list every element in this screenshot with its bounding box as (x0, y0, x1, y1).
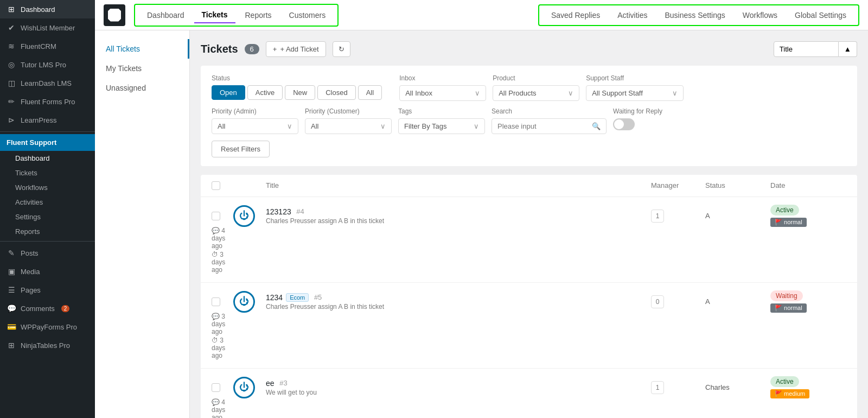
sidebar-item-fluentcrm[interactable]: ≋ FluentCRM (0, 37, 95, 55)
learndash-icon: ◫ (7, 78, 16, 88)
sidebar-item-learndash[interactable]: ◫ LearnDash LMS (0, 74, 95, 92)
title-sort-select[interactable]: Title Date Priority (774, 41, 839, 57)
nav-item-workflows[interactable]: Workflows (735, 8, 785, 23)
tickets-count-badge: 6 (245, 44, 259, 54)
sidebar-item-my-tickets[interactable]: My Tickets (95, 59, 189, 78)
ticket-status-icon: ⏻ (233, 291, 255, 313)
sidebar-subitem-tickets[interactable]: Tickets (0, 166, 95, 180)
reply-count-cell: 1 (651, 381, 705, 394)
status-btn-all[interactable]: All (358, 85, 382, 100)
nav-item-activities[interactable]: Activities (610, 8, 655, 23)
date-cell: 💬 4 days ago ⏱ 3 days ago (212, 227, 233, 275)
row-checkbox[interactable] (212, 212, 220, 220)
sidebar-item-fluentsupport[interactable]: Fluent Support (0, 134, 95, 151)
inbox-filter-label: Inbox (399, 74, 486, 82)
manager-name: A (705, 212, 710, 220)
filter-row-1: Status Open Active New Closed All Inbox … (212, 74, 846, 101)
plus-icon: + (273, 45, 277, 53)
sidebar-item-media[interactable]: ▣ Media (0, 262, 95, 281)
comments-badge: 2 (61, 305, 70, 312)
priority-admin-select[interactable]: All ∨ (212, 118, 298, 134)
status-filter-label: Status (212, 74, 382, 82)
status-cell: Active 🚩 normal (770, 205, 846, 227)
inbox-filter-select[interactable]: All Inbox ∨ (399, 85, 486, 101)
manager-name: Charles (705, 383, 730, 391)
tags-filter-label: Tags (398, 107, 485, 115)
nav-item-saved-replies[interactable]: Saved Replies (544, 8, 608, 23)
row-checkbox[interactable] (212, 297, 220, 306)
sidebar-item-dashboard[interactable]: ⊞ Dashboard (0, 0, 95, 18)
sidebar-subitem-settings[interactable]: Settings (0, 210, 95, 224)
sidebar-item-fluentforms[interactable]: ✏ Fluent Forms Pro (0, 92, 95, 111)
sidebar-subitem-dashboard[interactable]: Dashboard (0, 151, 95, 166)
add-ticket-button[interactable]: + + Add Ticket (266, 41, 326, 57)
status-badge: Waiting (770, 290, 803, 301)
table-row[interactable]: ⏻ 123123 #4 Charles Preusser assign A B … (201, 197, 857, 283)
nav-item-business-settings[interactable]: Business Settings (657, 8, 732, 23)
search-input[interactable] (497, 122, 589, 130)
priority-admin-chevron-icon: ∨ (287, 122, 292, 130)
sidebar-item-ninjatables[interactable]: ⊞ NinjaTables Pro (0, 336, 95, 354)
sidebar-item-posts[interactable]: ✎ Posts (0, 244, 95, 262)
status-btn-open[interactable]: Open (212, 85, 245, 100)
date-cell: 💬 3 days ago ⏱ 3 days ago (212, 313, 233, 360)
sidebar-subitem-reports[interactable]: Reports (0, 224, 95, 239)
sidebar-item-wppayforms[interactable]: 💳 WPPayForms Pro (0, 318, 95, 336)
nav-item-reports[interactable]: Reports (238, 8, 279, 23)
row-checkbox[interactable] (212, 383, 220, 392)
nav-item-global-settings[interactable]: Global Settings (787, 8, 854, 23)
sidebar-item-pages[interactable]: ☰ Pages (0, 281, 95, 299)
tickets-header: Tickets 6 + + Add Ticket ↻ Title Date Pr… (201, 41, 857, 57)
sidebar-item-wishlist[interactable]: ✔ WishList Member (0, 18, 95, 37)
status-btn-closed[interactable]: Closed (317, 85, 355, 100)
sidebar-item-all-tickets[interactable]: All Tickets (95, 39, 189, 59)
sidebar-item-unassigned[interactable]: Unassigned (95, 78, 189, 98)
nav-item-dashboard[interactable]: Dashboard (139, 8, 192, 23)
reset-filters-row: Reset Filters (212, 141, 846, 157)
fluentcrm-icon: ≋ (7, 41, 16, 51)
search-filter-label: Search (492, 107, 607, 115)
ticket-info-cell: 1234 Ecom #5 Charles Preusser assign A B… (266, 293, 651, 311)
status-filter-group: Status Open Active New Closed All (212, 74, 382, 100)
ticket-info-cell: ee #3 We will get to you (266, 379, 651, 396)
sidebar-item-tutorlms[interactable]: ◎ Tutor LMS Pro (0, 55, 95, 74)
reply-count-cell: 0 (651, 295, 705, 308)
tags-filter-select[interactable]: Filter By Tags ∨ (398, 118, 485, 134)
nav-item-customers[interactable]: Customers (282, 8, 334, 23)
status-buttons-group: Open Active New Closed All (212, 85, 382, 100)
waiting-reply-toggle[interactable] (613, 118, 635, 130)
tutorlms-icon: ◎ (7, 60, 16, 69)
tags-filter-group: Tags Filter By Tags ∨ (398, 107, 485, 134)
learnpress-icon: ⊳ (7, 115, 16, 125)
header-date: Date (770, 181, 846, 190)
product-filter-select[interactable]: All Products ∨ (493, 85, 579, 101)
refresh-icon: ↻ (339, 45, 344, 53)
pages-icon: ☰ (7, 285, 16, 295)
nav-item-tickets[interactable]: Tickets (194, 7, 235, 23)
priority-customer-chevron-icon: ∨ (380, 122, 386, 130)
support-staff-filter-group: Support Staff All Support Staff ∨ (586, 74, 684, 101)
table-row[interactable]: ⏻ ee #3 We will get to you 1 Charles (201, 369, 857, 418)
status-btn-new[interactable]: New (285, 85, 315, 100)
table-row[interactable]: ⏻ 1234 Ecom #5 Charles Preusser assign A… (201, 283, 857, 369)
priority-customer-select[interactable]: All ∨ (305, 118, 392, 134)
reset-filters-button[interactable]: Reset Filters (212, 141, 270, 157)
waiting-reply-filter-group: Waiting for Reply (613, 107, 662, 130)
manager-cell: A (705, 212, 770, 220)
sidebar-subitem-activities[interactable]: Activities (0, 195, 95, 210)
product-filter-label: Product (493, 74, 579, 82)
support-staff-filter-select[interactable]: All Support Staff ∨ (586, 85, 684, 101)
title-filter-group: Title Date Priority ▲ (774, 41, 857, 57)
select-all-checkbox[interactable] (212, 181, 220, 190)
ticket-status-icon: ⏻ (233, 205, 255, 227)
sidebar-item-learnpress[interactable]: ⊳ LearnPress (0, 111, 95, 129)
reply-count-badge: 1 (651, 210, 664, 223)
posts-icon: ✎ (7, 248, 16, 258)
header-status: Status (705, 181, 770, 190)
refresh-button[interactable]: ↻ (333, 41, 350, 57)
sidebar-item-comments[interactable]: 💬 Comments 2 (0, 299, 95, 318)
status-btn-active[interactable]: Active (247, 85, 283, 100)
sidebar-subitem-workflows[interactable]: Workflows (0, 180, 95, 195)
main-content: Dashboard Tickets Reports Customers Save… (95, 0, 868, 418)
title-sort-toggle[interactable]: ▲ (839, 41, 857, 57)
